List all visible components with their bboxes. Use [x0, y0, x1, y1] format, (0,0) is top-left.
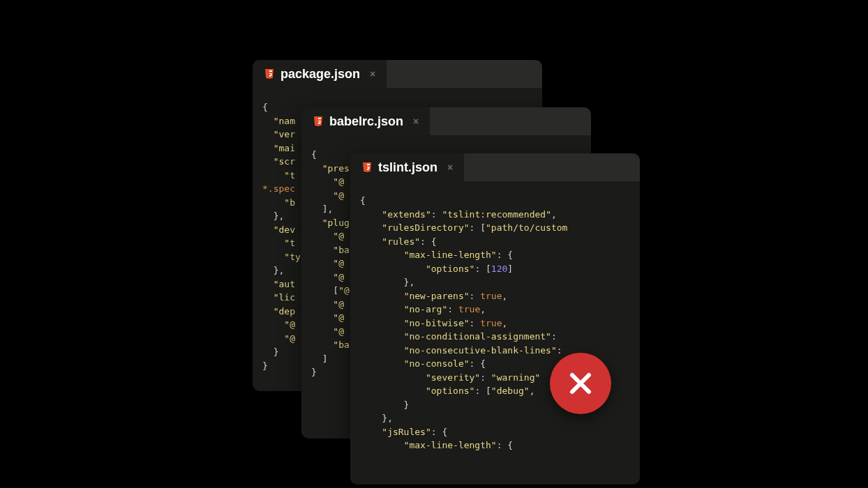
- close-icon[interactable]: ×: [447, 162, 453, 173]
- close-icon[interactable]: ×: [370, 68, 375, 79]
- file-type-icon: [361, 162, 373, 173]
- file-type-icon: [313, 116, 324, 127]
- close-x-icon: [565, 368, 596, 399]
- tab-label: tslint.json: [378, 160, 437, 175]
- active-tab-tslint[interactable]: tslint.json ×: [350, 153, 464, 181]
- file-type-icon: [264, 68, 275, 79]
- tab-bar: tslint.json ×: [350, 153, 640, 181]
- error-badge: [550, 353, 611, 414]
- editor-window-tslint: tslint.json × { "extends": "tslint:recom…: [350, 153, 640, 485]
- active-tab-package[interactable]: package.json ×: [253, 60, 387, 88]
- tab-bar: babelrc.json ×: [301, 107, 591, 135]
- active-tab-babelrc[interactable]: babelrc.json ×: [301, 107, 430, 135]
- close-icon[interactable]: ×: [413, 116, 419, 127]
- tab-bar: package.json ×: [253, 60, 542, 88]
- code-area-tslint[interactable]: { "extends": "tslint:recommended", "rule…: [350, 181, 640, 465]
- tab-label: package.json: [280, 67, 360, 82]
- tab-label: babelrc.json: [329, 114, 403, 129]
